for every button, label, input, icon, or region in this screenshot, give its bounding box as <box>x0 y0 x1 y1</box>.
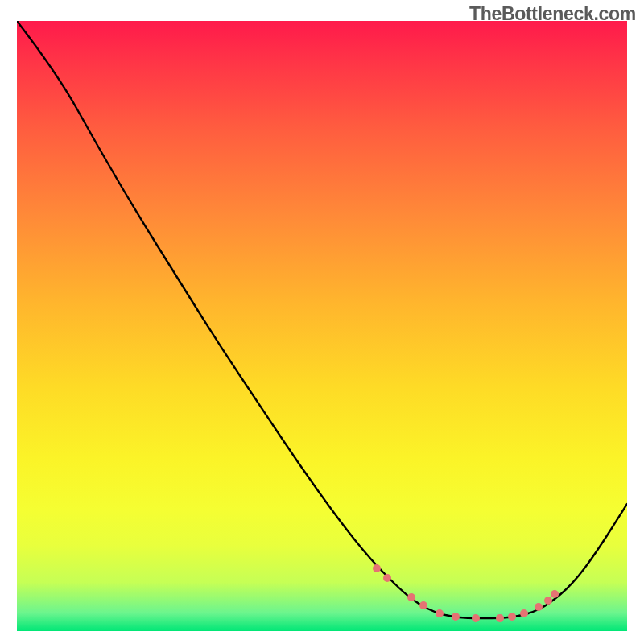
marker-dot <box>383 574 391 582</box>
marker-dot <box>373 564 381 572</box>
watermark-text: TheBottleneck.com <box>469 3 636 25</box>
marker-dot <box>496 614 504 622</box>
marker-dot <box>436 609 444 617</box>
marker-dot <box>508 613 516 621</box>
plot-area <box>17 21 627 631</box>
marker-dot <box>407 593 415 601</box>
chart-container: TheBottleneck.com <box>0 0 644 644</box>
marker-dot <box>472 614 480 622</box>
marker-dot <box>544 597 552 605</box>
marker-dot <box>520 609 528 617</box>
marker-dot <box>535 603 543 611</box>
curve-path <box>17 21 627 618</box>
chart-svg <box>17 21 627 631</box>
marker-dot <box>551 590 559 598</box>
marker-dot <box>419 601 427 609</box>
marker-dot <box>452 613 460 621</box>
